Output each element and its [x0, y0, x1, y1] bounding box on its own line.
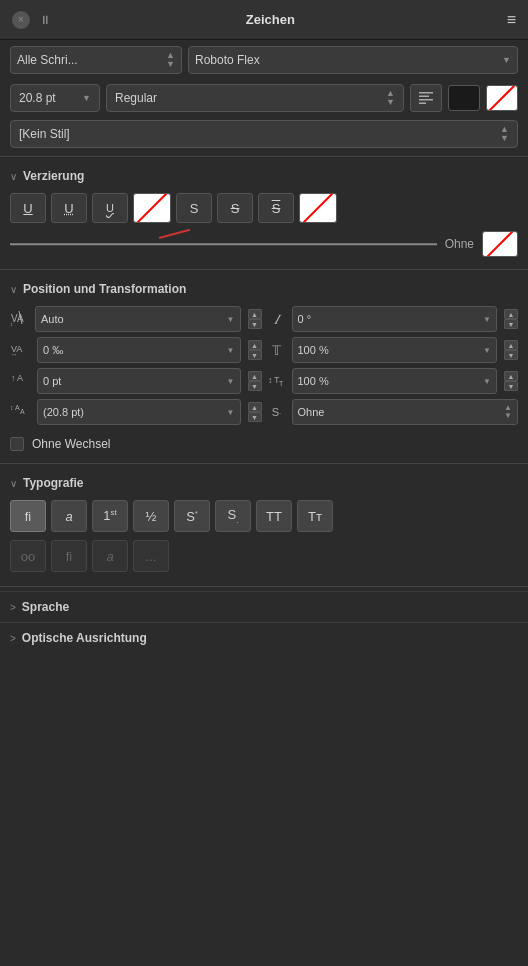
kerning-down-button[interactable]: ▼: [248, 319, 262, 329]
typografie-section-header[interactable]: ∨ Typografie: [0, 468, 528, 496]
strikethrough2-icon: S: [231, 201, 240, 216]
decoration-slash-swatch2[interactable]: [299, 193, 337, 223]
overline-button[interactable]: S: [258, 193, 294, 223]
optische-section-header[interactable]: > Optische Ausrichtung: [0, 622, 528, 653]
swash-a-button[interactable]: a: [51, 500, 87, 532]
paragraph-style-select[interactable]: [Kein Stil] ▲▼: [10, 120, 518, 148]
scale-h-arrow-icon: ▼: [483, 346, 491, 355]
verzierung-label: Verzierung: [23, 169, 84, 183]
kerning-row: V A ↕ Auto ▼ ▲ ▼: [10, 306, 262, 332]
position-section-header[interactable]: ∨ Position und Transformation: [0, 274, 528, 302]
kerning-select[interactable]: Auto ▼: [35, 306, 241, 332]
tracking-select[interactable]: 0 ‰ ▼: [37, 337, 241, 363]
contextual-fi-button[interactable]: fi: [51, 540, 87, 572]
verzierung-chevron-icon: ∨: [10, 171, 17, 182]
svg-text:↔: ↔: [11, 351, 18, 358]
leading-value: (20.8 pt): [43, 406, 84, 418]
scale-v-value: 100 %: [298, 375, 329, 387]
leading-up-button[interactable]: ▲: [248, 402, 262, 412]
underline-button[interactable]: U: [10, 193, 46, 223]
menu-button[interactable]: ≡: [507, 11, 516, 29]
scale-v-row: ↕ T T 100 % ▼ ▲ ▼: [267, 368, 519, 394]
tracking-value: 0 ‰: [43, 344, 63, 356]
cursive-a-button[interactable]: a: [92, 540, 128, 572]
position-label: Position und Transformation: [23, 282, 186, 296]
kerning-up-button[interactable]: ▲: [248, 309, 262, 319]
more-button[interactable]: ...: [133, 540, 169, 572]
all-fonts-select[interactable]: Alle Schri... ▲▼: [10, 46, 182, 74]
fraction-icon: ½: [146, 509, 157, 524]
baseline-icon: ↑ A: [10, 371, 32, 391]
italic-arrow-icon: ▼: [483, 315, 491, 324]
text-align-button[interactable]: [410, 84, 442, 112]
kerning-spinners: ▲ ▼: [248, 309, 262, 329]
leading-row: ↕ A A (20.8 pt) ▼ ▲ ▼: [10, 399, 262, 425]
scale-h-row: 𝕋 100 % ▼ ▲ ▼: [267, 337, 519, 363]
italic-select[interactable]: 0 ° ▼: [292, 306, 498, 332]
strikethrough-icon: S: [190, 201, 199, 216]
stylistic-s2-button[interactable]: S.: [215, 500, 251, 532]
underline-dotted-icon: U: [64, 201, 73, 216]
caps-tt-button[interactable]: TT: [256, 500, 292, 532]
ohne-wechsel-row: Ohne Wechsel: [0, 433, 528, 459]
ordinal-button[interactable]: 1st: [92, 500, 128, 532]
space-value: Ohne: [298, 406, 325, 418]
sprache-section-header[interactable]: > Sprache: [0, 591, 528, 622]
text-color-swatch[interactable]: [448, 85, 480, 111]
baseline-select[interactable]: 0 pt ▼: [37, 368, 241, 394]
typografie-buttons-row2: oo fi a ...: [0, 536, 528, 582]
underline-wavy-button[interactable]: U: [92, 193, 128, 223]
baseline-down-button[interactable]: ▼: [248, 381, 262, 391]
space-select[interactable]: Ohne ▲▼: [292, 399, 519, 425]
contextual-oo-button[interactable]: oo: [10, 540, 46, 572]
font-name-select[interactable]: Roboto Flex ▼: [188, 46, 518, 74]
verzierung-section-header[interactable]: ∨ Verzierung: [0, 161, 528, 189]
scale-h-select[interactable]: 100 % ▼: [292, 337, 498, 363]
scale-v-up-button[interactable]: ▲: [504, 371, 518, 381]
underline-color-row: Ohne: [0, 227, 528, 265]
font-size-select[interactable]: 20.8 pt ▼: [10, 84, 100, 112]
ohne-wechsel-label: Ohne Wechsel: [32, 437, 111, 451]
italic-up-button[interactable]: ▲: [504, 309, 518, 319]
caps-tt-icon: TT: [266, 509, 282, 524]
tracking-down-button[interactable]: ▼: [248, 350, 262, 360]
space-row: S· Ohne ▲▼: [267, 399, 519, 425]
tracking-icon: VA ↔: [10, 340, 32, 360]
position-chevron-icon: ∨: [10, 284, 17, 295]
italic-down-button[interactable]: ▼: [504, 319, 518, 329]
swash-a-icon: a: [65, 509, 72, 524]
font-style-select[interactable]: Regular ▲▼: [106, 84, 404, 112]
svg-text:T: T: [279, 380, 284, 387]
tracking-up-button[interactable]: ▲: [248, 340, 262, 350]
ohne-wechsel-checkbox[interactable]: [10, 437, 24, 451]
small-caps-button[interactable]: Tт: [297, 500, 333, 532]
kerning-value: Auto: [41, 313, 64, 325]
underline-color-swatch[interactable]: [482, 231, 518, 257]
close-icon: ×: [18, 14, 24, 25]
contextual-oo-icon: oo: [21, 549, 35, 564]
ligature-fi-button[interactable]: fi: [10, 500, 46, 532]
stylistic-s2-icon: S.: [228, 507, 239, 525]
baseline-up-button[interactable]: ▲: [248, 371, 262, 381]
leading-spinners: ▲ ▼: [248, 402, 262, 422]
scale-v-select[interactable]: 100 % ▼: [292, 368, 498, 394]
underline-dotted-button[interactable]: U: [51, 193, 87, 223]
strikethrough-button[interactable]: S: [176, 193, 212, 223]
font-size-label: 20.8 pt: [19, 91, 56, 105]
scale-v-down-button[interactable]: ▼: [504, 381, 518, 391]
scale-h-down-button[interactable]: ▼: [504, 350, 518, 360]
scale-h-up-button[interactable]: ▲: [504, 340, 518, 350]
ligature-fi-icon: fi: [25, 509, 32, 524]
pause-button[interactable]: ⏸: [36, 11, 54, 29]
decoration-slash-swatch1[interactable]: [133, 193, 171, 223]
fraction-button[interactable]: ½: [133, 500, 169, 532]
leading-down-button[interactable]: ▼: [248, 412, 262, 422]
stylistic-s-button[interactable]: S*: [174, 500, 210, 532]
leading-select[interactable]: (20.8 pt) ▼: [37, 399, 241, 425]
svg-rect-1: [419, 96, 429, 98]
text-color-slash-swatch[interactable]: [486, 85, 518, 111]
strikethrough2-button[interactable]: S: [217, 193, 253, 223]
close-button[interactable]: ×: [12, 11, 30, 29]
kerning-arrow-icon: ▼: [227, 315, 235, 324]
tracking-spinners: ▲ ▼: [248, 340, 262, 360]
